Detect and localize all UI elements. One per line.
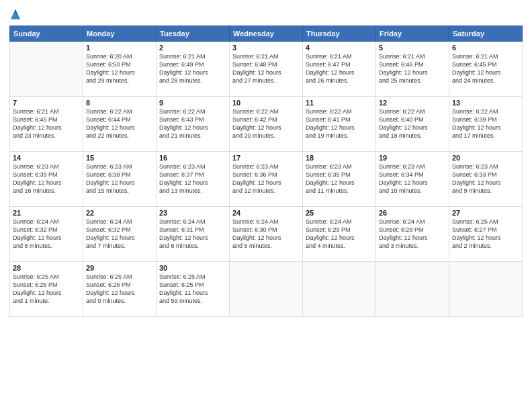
day-number: 20 — [452, 154, 519, 162]
day-info: Sunrise: 6:22 AM Sunset: 6:44 PM Dayligh… — [86, 107, 153, 140]
day-number: 9 — [159, 99, 226, 107]
calendar-week-row: 28Sunrise: 6:25 AM Sunset: 6:26 PM Dayli… — [10, 262, 523, 317]
day-number: 6 — [452, 44, 519, 52]
calendar-cell: 14Sunrise: 6:23 AM Sunset: 6:39 PM Dayli… — [10, 152, 83, 207]
calendar-cell: 22Sunrise: 6:24 AM Sunset: 6:32 PM Dayli… — [83, 207, 157, 262]
day-info: Sunrise: 6:25 AM Sunset: 6:26 PM Dayligh… — [86, 273, 153, 306]
day-number: 25 — [306, 209, 373, 217]
calendar-cell: 5Sunrise: 6:21 AM Sunset: 6:46 PM Daylig… — [376, 42, 449, 97]
day-number: 24 — [232, 209, 300, 217]
logo-icon — [9, 7, 21, 21]
calendar-week-row: 14Sunrise: 6:23 AM Sunset: 6:39 PM Dayli… — [10, 152, 523, 207]
calendar-cell: 15Sunrise: 6:23 AM Sunset: 6:38 PM Dayli… — [83, 152, 157, 207]
day-info: Sunrise: 6:25 AM Sunset: 6:27 PM Dayligh… — [452, 218, 519, 250]
day-number: 14 — [13, 154, 80, 162]
calendar: SundayMondayTuesdayWednesdayThursdayFrid… — [9, 26, 523, 317]
calendar-cell — [230, 262, 303, 317]
header-row: SundayMondayTuesdayWednesdayThursdayFrid… — [10, 26, 523, 42]
calendar-week-row: 1Sunrise: 6:20 AM Sunset: 6:50 PM Daylig… — [10, 42, 523, 97]
day-number: 4 — [306, 44, 373, 52]
day-number: 27 — [452, 209, 519, 217]
day-number: 5 — [379, 44, 446, 52]
day-number: 1 — [86, 44, 153, 52]
day-number: 10 — [232, 99, 300, 107]
day-info: Sunrise: 6:24 AM Sunset: 6:28 PM Dayligh… — [379, 218, 446, 250]
calendar-cell — [303, 262, 376, 317]
day-info: Sunrise: 6:24 AM Sunset: 6:32 PM Dayligh… — [86, 218, 153, 250]
day-number: 17 — [232, 154, 300, 162]
day-info: Sunrise: 6:22 AM Sunset: 6:42 PM Dayligh… — [232, 107, 300, 140]
calendar-cell: 1Sunrise: 6:20 AM Sunset: 6:50 PM Daylig… — [83, 42, 157, 97]
day-number: 21 — [13, 209, 80, 217]
day-number: 22 — [86, 209, 153, 217]
day-number: 19 — [379, 154, 446, 162]
weekday-header: Saturday — [449, 26, 523, 42]
calendar-cell — [10, 42, 83, 97]
day-info: Sunrise: 6:25 AM Sunset: 6:25 PM Dayligh… — [159, 273, 226, 306]
calendar-cell: 19Sunrise: 6:23 AM Sunset: 6:34 PM Dayli… — [376, 152, 449, 207]
calendar-cell: 27Sunrise: 6:25 AM Sunset: 6:27 PM Dayli… — [449, 207, 523, 262]
weekday-header: Sunday — [10, 26, 83, 42]
day-info: Sunrise: 6:24 AM Sunset: 6:30 PM Dayligh… — [232, 218, 300, 250]
calendar-cell: 6Sunrise: 6:21 AM Sunset: 6:45 PM Daylig… — [449, 42, 523, 97]
day-number: 15 — [86, 154, 153, 162]
weekday-header: Wednesday — [230, 26, 303, 42]
day-info: Sunrise: 6:21 AM Sunset: 6:46 PM Dayligh… — [379, 52, 446, 85]
calendar-cell: 2Sunrise: 6:21 AM Sunset: 6:49 PM Daylig… — [157, 42, 230, 97]
calendar-cell: 20Sunrise: 6:23 AM Sunset: 6:33 PM Dayli… — [449, 152, 523, 207]
day-number: 8 — [86, 99, 153, 107]
page: SundayMondayTuesdayWednesdayThursdayFrid… — [0, 0, 532, 411]
day-info: Sunrise: 6:23 AM Sunset: 6:35 PM Dayligh… — [306, 163, 373, 195]
day-info: Sunrise: 6:23 AM Sunset: 6:36 PM Dayligh… — [232, 163, 300, 195]
day-info: Sunrise: 6:23 AM Sunset: 6:38 PM Dayligh… — [86, 163, 153, 195]
day-number: 28 — [13, 264, 80, 272]
calendar-cell: 3Sunrise: 6:21 AM Sunset: 6:48 PM Daylig… — [230, 42, 303, 97]
calendar-cell: 26Sunrise: 6:24 AM Sunset: 6:28 PM Dayli… — [376, 207, 449, 262]
day-info: Sunrise: 6:24 AM Sunset: 6:32 PM Dayligh… — [13, 218, 80, 250]
calendar-cell: 7Sunrise: 6:21 AM Sunset: 6:45 PM Daylig… — [10, 97, 83, 152]
calendar-cell: 25Sunrise: 6:24 AM Sunset: 6:29 PM Dayli… — [303, 207, 376, 262]
day-info: Sunrise: 6:23 AM Sunset: 6:33 PM Dayligh… — [452, 163, 519, 195]
weekday-header: Friday — [376, 26, 449, 42]
day-info: Sunrise: 6:23 AM Sunset: 6:34 PM Dayligh… — [379, 163, 446, 195]
calendar-cell: 4Sunrise: 6:21 AM Sunset: 6:47 PM Daylig… — [303, 42, 376, 97]
day-info: Sunrise: 6:21 AM Sunset: 6:48 PM Dayligh… — [232, 52, 300, 85]
weekday-header: Tuesday — [157, 26, 230, 42]
calendar-cell: 24Sunrise: 6:24 AM Sunset: 6:30 PM Dayli… — [230, 207, 303, 262]
calendar-cell: 12Sunrise: 6:22 AM Sunset: 6:40 PM Dayli… — [376, 97, 449, 152]
day-info: Sunrise: 6:21 AM Sunset: 6:45 PM Dayligh… — [13, 107, 80, 140]
day-number: 18 — [306, 154, 373, 162]
day-info: Sunrise: 6:24 AM Sunset: 6:29 PM Dayligh… — [306, 218, 373, 250]
day-info: Sunrise: 6:23 AM Sunset: 6:37 PM Dayligh… — [159, 163, 226, 195]
day-number: 3 — [232, 44, 300, 52]
calendar-cell: 28Sunrise: 6:25 AM Sunset: 6:26 PM Dayli… — [10, 262, 83, 317]
calendar-cell: 29Sunrise: 6:25 AM Sunset: 6:26 PM Dayli… — [83, 262, 157, 317]
day-number: 12 — [379, 99, 446, 107]
calendar-week-row: 7Sunrise: 6:21 AM Sunset: 6:45 PM Daylig… — [10, 97, 523, 152]
calendar-body: 1Sunrise: 6:20 AM Sunset: 6:50 PM Daylig… — [10, 42, 523, 317]
day-info: Sunrise: 6:25 AM Sunset: 6:26 PM Dayligh… — [13, 273, 80, 306]
calendar-cell: 30Sunrise: 6:25 AM Sunset: 6:25 PM Dayli… — [157, 262, 230, 317]
calendar-cell: 23Sunrise: 6:24 AM Sunset: 6:31 PM Dayli… — [157, 207, 230, 262]
day-info: Sunrise: 6:22 AM Sunset: 6:40 PM Dayligh… — [379, 107, 446, 140]
day-number: 16 — [159, 154, 226, 162]
calendar-cell: 16Sunrise: 6:23 AM Sunset: 6:37 PM Dayli… — [157, 152, 230, 207]
day-info: Sunrise: 6:21 AM Sunset: 6:49 PM Dayligh… — [159, 52, 226, 85]
calendar-cell — [449, 262, 523, 317]
day-info: Sunrise: 6:21 AM Sunset: 6:45 PM Dayligh… — [452, 52, 519, 85]
calendar-cell: 21Sunrise: 6:24 AM Sunset: 6:32 PM Dayli… — [10, 207, 83, 262]
day-number: 2 — [159, 44, 226, 52]
day-info: Sunrise: 6:21 AM Sunset: 6:47 PM Dayligh… — [306, 52, 373, 85]
calendar-cell: 13Sunrise: 6:22 AM Sunset: 6:39 PM Dayli… — [449, 97, 523, 152]
day-info: Sunrise: 6:24 AM Sunset: 6:31 PM Dayligh… — [159, 218, 226, 250]
header — [9, 7, 523, 21]
calendar-header: SundayMondayTuesdayWednesdayThursdayFrid… — [10, 26, 523, 42]
day-number: 29 — [86, 264, 153, 272]
day-number: 7 — [13, 99, 80, 107]
day-number: 30 — [159, 264, 226, 272]
calendar-cell: 11Sunrise: 6:22 AM Sunset: 6:41 PM Dayli… — [303, 97, 376, 152]
day-info: Sunrise: 6:22 AM Sunset: 6:41 PM Dayligh… — [306, 107, 373, 140]
day-info: Sunrise: 6:20 AM Sunset: 6:50 PM Dayligh… — [86, 52, 153, 85]
day-info: Sunrise: 6:22 AM Sunset: 6:39 PM Dayligh… — [452, 107, 519, 140]
calendar-week-row: 21Sunrise: 6:24 AM Sunset: 6:32 PM Dayli… — [10, 207, 523, 262]
